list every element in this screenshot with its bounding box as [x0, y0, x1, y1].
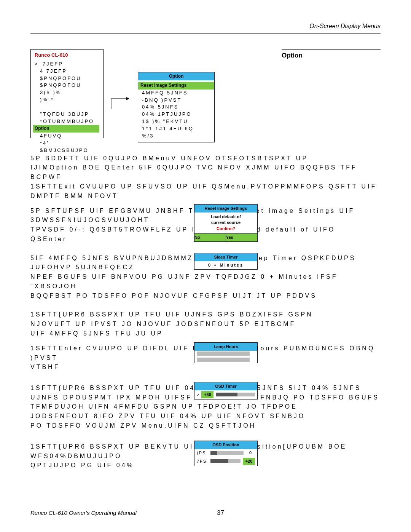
header-title: On-Screen Display Menus	[30, 23, 381, 30]
menu-line: "TQFDU 3BUJP	[35, 111, 99, 118]
main-menu-highlight[interactable]: Option	[33, 125, 99, 132]
option-menu-box: Option Reset Image Settings 4MFFQ 5JNFS …	[138, 72, 215, 142]
menu-line: *4' $BMJCSBUJPO	[35, 140, 99, 154]
menu-line: %/3	[142, 133, 210, 140]
osd-timer-popup: OSD Timer > +60	[194, 382, 258, 399]
osd-position-popup: OSD Position )PS 0 7FS +20	[194, 441, 258, 466]
option-menu-highlight[interactable]: Reset Image Settings	[138, 82, 214, 89]
menu-line: $PNQPOFOU	[35, 82, 99, 89]
arrow-icon	[111, 87, 130, 110]
paragraph-osd-pos: 1SFTT{UPR6 BSSPXT UP BEKVTU UIF IPSJOSD …	[30, 442, 381, 484]
menu-line: 3(# )%	[35, 89, 99, 96]
header-rule	[30, 34, 381, 34]
osd-timer-value: +60	[201, 391, 213, 398]
lamp-hours-popup: Lamp Hours	[194, 342, 258, 363]
reset-popup-body: Load default of current source Confirm?	[194, 212, 257, 233]
sleep-timer-row[interactable]: 0 + Minutes	[194, 261, 257, 269]
menu-line: 04% 1PTJUJPO	[142, 111, 210, 118]
main-menu-title: Runco CL-610	[35, 52, 99, 59]
paragraph-lamp: 1SFTTEnter CVUUPO UP DIFDL UIF UPUBM Lam…	[30, 344, 381, 378]
reset-no-button[interactable]: No	[194, 233, 226, 241]
menu-line: 4 7JEFP	[35, 68, 99, 75]
paragraph-reset: 5P SFTUPSF UIF EFGBVMU JNBHF TFUUJOHT Re…	[30, 206, 381, 248]
footer-page-number: 37	[217, 509, 224, 517]
reset-popup: Reset Image Settings Load default of cur…	[194, 204, 258, 242]
menu-line: -BNQ )PVST	[142, 97, 210, 104]
lamp-row	[194, 357, 257, 363]
reset-popup-buttons: No Yes	[194, 233, 257, 241]
menu-line: 1*1 1#1 4FU 6Q	[142, 125, 210, 133]
menu-line: > 7JEFP	[35, 61, 99, 68]
right-column: Option	[282, 49, 381, 142]
osd-timer-row[interactable]: > +60	[194, 390, 257, 399]
reset-popup-title: Reset Image Settings	[194, 204, 257, 212]
osd-pos-ver-row[interactable]: 7FS +20	[194, 457, 257, 466]
reset-yes-button[interactable]: Yes	[226, 233, 257, 241]
paragraph-access: 5P BDDFTT UIF 0QUJPO BMenuV UNFOV OTSFOT…	[30, 154, 381, 201]
lamp-row	[194, 351, 257, 357]
main-menu-box: Runco CL-610 > 7JEFP 4 7JEFP $PNQPOFOU $…	[30, 49, 104, 138]
footer: Runco CL-610 Owner's Operating Manual 37	[30, 509, 381, 517]
sleep-timer-title: Sleep Timer	[194, 253, 257, 261]
osd-timer-title: OSD Timer	[194, 382, 257, 390]
top-section: Runco CL-610 > 7JEFP 4 7JEFP $PNQPOFOU $…	[30, 49, 381, 142]
option-menu-title: Option	[138, 72, 214, 80]
paragraph-osd-timer: 1SFTT{UPR6 BSSPXT UP TFU UIF 04% OSD Tim…	[30, 383, 381, 437]
menu-line: )%.*	[35, 96, 99, 104]
menu-line: $PNQPOFOU	[35, 75, 99, 82]
menu-line: 1$ )% "EKVTU	[142, 118, 210, 125]
footer-manual-title: Runco CL-610 Owner's Operating Manual	[30, 510, 137, 516]
menu-line: *OTUBMMBUJPO	[35, 118, 99, 125]
menu-line: 4FUVQ	[35, 133, 99, 140]
menu-line	[35, 104, 99, 111]
menu-line: 04% 5JNFS	[142, 104, 210, 111]
lamp-hours-title: Lamp Hours	[194, 343, 257, 351]
osd-position-title: OSD Position	[194, 441, 257, 449]
option-heading: Option	[282, 49, 381, 59]
osd-pos-hor-row[interactable]: )PS 0	[194, 449, 257, 457]
menu-line: 4MFFQ 5JNFS	[142, 89, 210, 97]
sleep-timer-popup: Sleep Timer 0 + Minutes	[194, 253, 258, 270]
osd-pos-ver-value: +20	[243, 458, 255, 465]
paragraph-sleep: 5IF 4MFFQ 5JNFS BVUPNBUJDBMMZ QVUT UIF S…	[30, 254, 381, 339]
page: On-Screen Display Menus Runco CL-610 > 7…	[0, 0, 411, 532]
